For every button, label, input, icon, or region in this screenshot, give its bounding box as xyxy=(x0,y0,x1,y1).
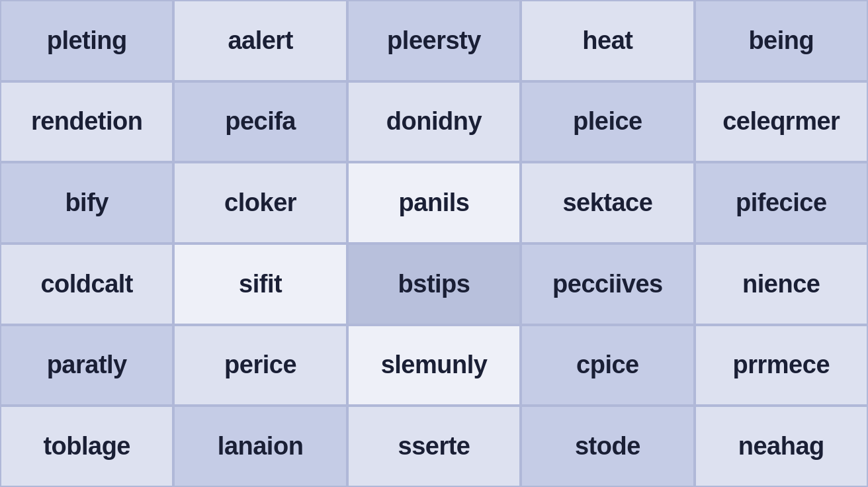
word-5-4: neahag xyxy=(738,432,824,461)
word-grid: pletingaalertpleerstyheatbeingrendetionp… xyxy=(0,0,868,487)
cell-2-3: sektace xyxy=(521,162,694,244)
word-3-3: pecciives xyxy=(552,270,663,298)
cell-4-1: perice xyxy=(173,325,347,406)
word-4-1: perice xyxy=(224,351,296,379)
cell-2-2: panils xyxy=(347,162,521,244)
cell-3-0: coldcalt xyxy=(0,244,173,325)
cell-0-1: aalert xyxy=(173,0,347,81)
cell-1-3: pleice xyxy=(521,81,694,163)
word-1-0: rendetion xyxy=(31,107,143,136)
word-5-1: lanaion xyxy=(218,432,304,461)
word-3-4: nience xyxy=(742,270,820,298)
word-2-3: sektace xyxy=(562,189,652,217)
word-3-1: sifit xyxy=(239,270,282,298)
word-4-4: prrmece xyxy=(733,351,830,379)
cell-1-4: celeqrmer xyxy=(695,81,868,163)
word-2-4: pifecice xyxy=(736,189,827,217)
cell-5-3: stode xyxy=(521,406,694,487)
word-3-0: coldcalt xyxy=(40,270,133,298)
cell-4-2: slemunly xyxy=(347,325,521,406)
word-2-0: bify xyxy=(65,189,108,217)
cell-5-1: lanaion xyxy=(173,406,347,487)
cell-2-4: pifecice xyxy=(695,162,868,244)
cell-3-3: pecciives xyxy=(521,244,694,325)
word-2-1: cloker xyxy=(224,189,296,217)
cell-5-0: toblage xyxy=(0,406,173,487)
cell-3-4: nience xyxy=(695,244,868,325)
cell-5-4: neahag xyxy=(695,406,868,487)
cell-0-4: being xyxy=(695,0,868,81)
cell-0-0: pleting xyxy=(0,0,173,81)
word-1-3: pleice xyxy=(573,107,642,136)
word-0-3: heat xyxy=(582,26,632,55)
cell-3-1: sifit xyxy=(173,244,347,325)
word-0-1: aalert xyxy=(228,26,292,55)
word-1-1: pecifa xyxy=(225,107,296,136)
word-2-2: panils xyxy=(399,189,470,217)
cell-3-2: bstips xyxy=(347,244,521,325)
word-4-3: cpice xyxy=(576,351,639,379)
word-0-0: pleting xyxy=(47,26,127,55)
cell-4-3: cpice xyxy=(521,325,694,406)
word-5-0: toblage xyxy=(43,432,130,461)
word-0-2: pleersty xyxy=(387,26,481,55)
cell-1-0: rendetion xyxy=(0,81,173,163)
word-4-2: slemunly xyxy=(381,351,488,379)
cell-1-2: donidny xyxy=(347,81,521,163)
cell-2-1: cloker xyxy=(173,162,347,244)
cell-4-4: prrmece xyxy=(695,325,868,406)
cell-5-2: sserte xyxy=(347,406,521,487)
word-3-2: bstips xyxy=(398,270,470,298)
cell-0-3: heat xyxy=(521,0,694,81)
word-5-2: sserte xyxy=(398,432,470,461)
word-1-2: donidny xyxy=(386,107,482,136)
word-0-4: being xyxy=(748,26,814,55)
cell-2-0: bify xyxy=(0,162,173,244)
word-5-3: stode xyxy=(575,432,640,461)
cell-0-2: pleersty xyxy=(347,0,521,81)
word-1-4: celeqrmer xyxy=(722,107,840,136)
cell-1-1: pecifa xyxy=(173,81,347,163)
cell-4-0: paratly xyxy=(0,325,173,406)
word-4-0: paratly xyxy=(47,351,127,379)
